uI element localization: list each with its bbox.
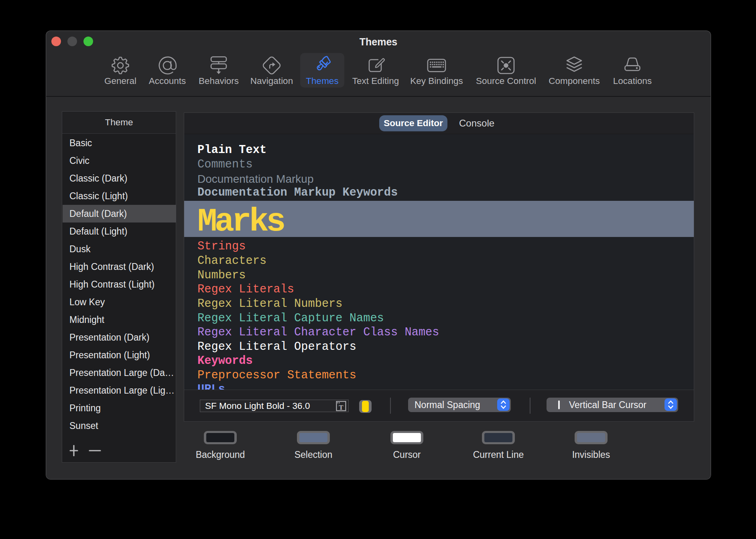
svg-text:T: T: [339, 404, 343, 411]
